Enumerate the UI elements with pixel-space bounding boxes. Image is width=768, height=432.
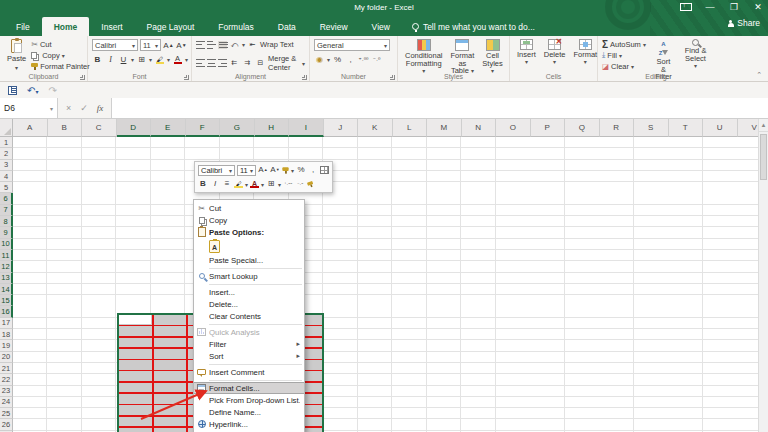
paste-button[interactable]: Paste ▾ — [4, 39, 29, 72]
increase-indent-icon[interactable]: ⇉ — [242, 58, 253, 69]
minimize-button[interactable]: — — [704, 2, 716, 12]
mini-bold-button[interactable]: B — [198, 179, 208, 189]
row-header-24[interactable]: 24 — [0, 397, 13, 408]
column-header-e[interactable]: E — [151, 119, 186, 137]
align-right-icon[interactable] — [218, 59, 227, 67]
column-header-p[interactable]: P — [531, 119, 566, 137]
collapse-ribbon-button[interactable]: ⌃ — [756, 71, 762, 79]
row-header-15[interactable]: 15 — [0, 295, 13, 306]
percent-style-button[interactable]: % — [332, 54, 343, 65]
mini-decrease-decimal-button[interactable]: ⁻·⁰ — [295, 179, 305, 189]
clear-button[interactable]: ◪Clear ▾ — [602, 61, 646, 71]
formula-input[interactable] — [112, 98, 768, 118]
cancel-icon[interactable]: × — [66, 103, 71, 113]
tab-formulas[interactable]: Formulas — [206, 17, 265, 36]
row-header-20[interactable]: 20 — [0, 352, 13, 363]
fill-button[interactable]: ⤓Fill ▾ — [602, 50, 646, 60]
column-header-l[interactable]: L — [393, 119, 428, 137]
restore-button[interactable]: ❐ — [728, 2, 740, 12]
tab-file[interactable]: File — [4, 17, 42, 36]
align-top-icon[interactable] — [196, 41, 205, 49]
active-cell-d6[interactable] — [119, 315, 152, 325]
number-format-select[interactable]: General▾ — [314, 39, 390, 51]
column-header-s[interactable]: S — [634, 119, 669, 137]
tab-review[interactable]: Review — [308, 17, 360, 36]
tab-home[interactable]: Home — [42, 17, 90, 36]
orientation-button[interactable]: ⤺ — [229, 39, 240, 50]
row-header-14[interactable]: 14 — [0, 284, 13, 295]
format-cells-ribbon-button[interactable]: Format▾ — [570, 39, 600, 65]
row-header-21[interactable]: 21 — [0, 363, 13, 374]
merge-center-button[interactable]: Merge & Center — [268, 54, 300, 72]
mini-comma-button[interactable]: , — [308, 165, 318, 175]
row-header-1[interactable]: 1 — [0, 137, 13, 148]
column-header-o[interactable]: O — [496, 119, 531, 137]
number-dialog-launcher[interactable] — [390, 75, 395, 80]
column-header-q[interactable]: Q — [565, 119, 600, 137]
menu-item-smart-lookup[interactable]: Smart Lookup — [194, 270, 304, 282]
font-dialog-launcher[interactable] — [184, 75, 189, 80]
column-header-g[interactable]: G — [220, 119, 255, 137]
shrink-font-button[interactable]: A▼ — [176, 40, 187, 51]
tab-data[interactable]: Data — [266, 17, 308, 36]
column-header-k[interactable]: K — [358, 119, 393, 137]
menu-item-hyperlink[interactable]: Hyperlink... — [194, 418, 304, 430]
underline-button[interactable]: U — [118, 54, 129, 65]
italic-button[interactable]: I — [105, 54, 116, 65]
column-header-m[interactable]: M — [427, 119, 462, 137]
font-size-select[interactable]: 11▾ — [140, 39, 161, 51]
increase-decimal-button[interactable]: ⁺·⁰⁰ — [358, 54, 369, 65]
close-button[interactable]: ✕ — [752, 2, 764, 12]
bold-button[interactable]: B — [92, 54, 103, 65]
row-header-18[interactable]: 18 — [0, 329, 13, 340]
menu-item-define-name[interactable]: Define Name... — [194, 406, 304, 418]
row-header-8[interactable]: 8 — [0, 216, 13, 227]
row-header-25[interactable]: 25 — [0, 408, 13, 419]
accounting-format-button[interactable]: ◉ — [314, 54, 325, 65]
mini-grow-font-button[interactable]: A▲ — [258, 165, 268, 175]
mini-font-name[interactable]: Calibri▾ — [198, 165, 235, 176]
insert-function-icon[interactable]: fx — [97, 103, 104, 113]
column-header-t[interactable]: T — [669, 119, 704, 137]
redo-button[interactable]: ↷ — [48, 85, 56, 96]
menu-item-filter[interactable]: Filter▸ — [194, 338, 304, 350]
column-header-u[interactable]: U — [703, 119, 738, 137]
wrap-text-button[interactable]: Wrap Text — [260, 40, 294, 49]
mini-align-icon[interactable]: ≡ — [222, 179, 232, 189]
mini-shrink-font-button[interactable]: A▼ — [270, 165, 280, 175]
menu-item-insert[interactable]: Insert... — [194, 286, 304, 298]
menu-item-delete[interactable]: Delete... — [194, 298, 304, 310]
copy-button[interactable]: Copy ▾ — [31, 51, 90, 61]
mini-borders-button[interactable]: ⊞ — [266, 179, 276, 189]
row-header-11[interactable]: 11 — [0, 250, 13, 261]
vertical-scrollbar[interactable]: ▲ — [758, 119, 768, 432]
cut-button[interactable]: ✂Cut — [31, 40, 90, 50]
conditional-formatting-button[interactable]: ConditionalFormatting ▾ — [402, 39, 446, 75]
row-header-2[interactable]: 2 — [0, 148, 13, 159]
alignment-dialog-launcher[interactable] — [302, 75, 307, 80]
menu-item-insert-comment[interactable]: Insert Comment — [194, 366, 304, 378]
row-header-23[interactable]: 23 — [0, 386, 13, 397]
row-header-3[interactable]: 3 — [0, 160, 13, 171]
format-painter-button[interactable]: Format Painter — [31, 62, 90, 72]
row-header-22[interactable]: 22 — [0, 374, 13, 385]
row-header-26[interactable]: 26 — [0, 419, 13, 430]
column-header-c[interactable]: C — [82, 119, 117, 137]
font-color-button[interactable]: A — [172, 54, 183, 65]
sort-filter-button[interactable]: AZ Sort &Filter ▾ — [651, 39, 676, 88]
column-header-n[interactable]: N — [462, 119, 497, 137]
mini-format-painter-icon[interactable] — [282, 167, 288, 173]
align-center-icon[interactable] — [207, 59, 216, 67]
tab-page-layout[interactable]: Page Layout — [135, 17, 207, 36]
comma-style-button[interactable]: , — [345, 54, 356, 65]
tell-me-box[interactable]: Tell me what you want to do... — [402, 17, 545, 36]
row-header-6[interactable]: 6 — [0, 193, 13, 204]
clipboard-dialog-launcher[interactable] — [80, 75, 85, 80]
column-header-d[interactable]: D — [117, 119, 152, 137]
column-header-h[interactable]: H — [255, 119, 290, 137]
tab-view[interactable]: View — [360, 17, 402, 36]
name-box[interactable]: D6 ▾ — [0, 98, 58, 118]
column-header-f[interactable]: F — [186, 119, 221, 137]
menu-item-format-cells[interactable]: Format Cells... — [194, 382, 304, 394]
insert-cells-button[interactable]: Insert▾ — [514, 39, 539, 65]
